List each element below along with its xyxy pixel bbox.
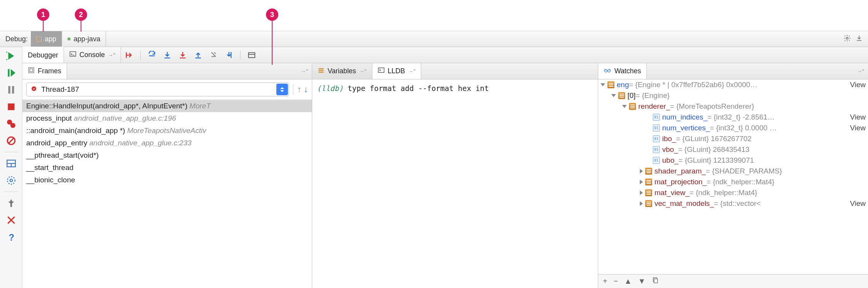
run-dot-icon <box>67 37 71 40</box>
view-link[interactable]: View <box>844 124 866 132</box>
rerun-button[interactable] <box>5 50 17 62</box>
run-to-cursor-icon[interactable] <box>225 51 233 59</box>
debug-tab-app-java[interactable]: app-java <box>62 31 106 47</box>
detach-icon[interactable]: →" <box>297 63 312 79</box>
detach-icon[interactable]: →" <box>853 63 868 79</box>
watches-title: Watches <box>614 67 641 75</box>
watch-row[interactable]: mat_projection_ = {ndk_helper::Mat4} <box>598 177 868 187</box>
show-execution-point-icon[interactable] <box>125 51 133 59</box>
view-link[interactable]: View <box>844 113 866 121</box>
svg-text:?: ? <box>8 232 14 242</box>
tab-label: Variables <box>328 67 356 75</box>
twisty-icon[interactable] <box>640 201 643 206</box>
frame-row[interactable]: android_app_entry android_native_app_glu… <box>22 137 312 149</box>
tab-console[interactable]: Console →" <box>64 47 121 63</box>
watch-row[interactable]: eng = {Engine * | 0x7ffef7b52ab6} 0x0000… <box>598 79 868 90</box>
twisty-icon[interactable] <box>640 180 643 184</box>
watch-row[interactable]: ibo_ = {GLuint} 1676267702 <box>598 133 868 144</box>
gear-icon[interactable] <box>843 34 851 44</box>
tab-label: LLDB <box>388 67 405 75</box>
layout-button[interactable] <box>5 158 17 169</box>
watches-header: Watches →" <box>598 63 868 79</box>
frame-row[interactable]: Engine::HandleInput(android_app*, AInput… <box>22 100 312 112</box>
move-down-button[interactable]: ▼ <box>638 277 646 286</box>
frames-tab[interactable]: Frames <box>22 63 67 79</box>
thread-select[interactable]: Thread-187 <box>26 83 289 96</box>
svg-point-13 <box>7 177 15 184</box>
console-icon <box>69 51 76 59</box>
terminal-icon <box>378 67 385 76</box>
frame-row[interactable]: __start_thread <box>22 162 312 174</box>
frame-row[interactable]: process_input android_native_app_glue.c:… <box>22 112 312 125</box>
struct-icon <box>629 103 636 110</box>
step-into-icon[interactable] <box>163 51 172 59</box>
drop-frame-icon[interactable] <box>209 51 218 59</box>
callout-line-2 <box>81 21 81 32</box>
evaluate-expression-icon[interactable] <box>247 51 256 59</box>
prev-frame-button[interactable]: ↑ <box>297 84 301 94</box>
watch-row[interactable]: vbo_ = {GLuint} 268435413 <box>598 144 868 155</box>
app-icon <box>36 36 42 42</box>
watch-row[interactable]: num_vertices_ = {int32_t} 0.0000 …View <box>598 123 868 133</box>
watch-row[interactable]: [0] = {Engine} <box>598 90 868 101</box>
remove-watch-button[interactable]: − <box>614 277 618 286</box>
thread-name: Thread-187 <box>41 85 79 94</box>
help-button[interactable]: ? <box>5 231 17 243</box>
frames-title: Frames <box>38 67 61 75</box>
twisty-icon[interactable] <box>611 94 616 97</box>
close-button[interactable] <box>5 214 17 226</box>
struct-icon <box>645 168 652 175</box>
separator <box>4 192 18 192</box>
svg-rect-36 <box>654 279 658 283</box>
frames-header: Frames →" <box>22 63 312 79</box>
watch-row[interactable]: num_indices_ = {int32_t} -2.8561…View <box>598 112 868 123</box>
tab-debugger[interactable]: Debugger <box>22 47 64 63</box>
svg-point-6 <box>10 123 15 128</box>
frames-list[interactable]: Engine::HandleInput(android_app*, AInput… <box>22 100 312 288</box>
copy-icon[interactable] <box>652 277 659 286</box>
next-frame-button[interactable]: ↓ <box>304 84 308 94</box>
view-link[interactable]: View <box>844 199 866 208</box>
settings-button[interactable] <box>5 175 17 186</box>
watch-row[interactable]: vec_mat_models_ = {std::vector<View <box>598 198 868 209</box>
step-buttons <box>121 47 260 63</box>
twisty-icon[interactable] <box>640 190 643 195</box>
stepper-icon[interactable] <box>276 84 288 95</box>
callout-2: 2 <box>75 8 87 21</box>
frame-row[interactable]: __bionic_clone <box>22 174 312 186</box>
watches-footer: + − ▲ ▼ <box>598 274 868 288</box>
move-up-button[interactable]: ▲ <box>624 277 632 286</box>
add-watch-button[interactable]: + <box>603 277 607 286</box>
watches-panel: Watches →" eng = {Engine * | 0x7ffef7b52… <box>598 63 868 288</box>
debug-label: Debug: <box>2 31 31 47</box>
step-out-icon[interactable] <box>194 51 202 59</box>
frame-row[interactable]: ::android_main(android_app *) MoreTeapot… <box>22 125 312 137</box>
debug-tab-app[interactable]: app <box>31 31 62 47</box>
watch-row[interactable]: ubo_ = {GLuint} 1213399071 <box>598 155 868 166</box>
mute-breakpoints-button[interactable] <box>5 135 17 147</box>
watch-row[interactable]: mat_view_ = {ndk_helper::Mat4} <box>598 187 868 198</box>
pause-button[interactable] <box>5 84 17 96</box>
prim-icon <box>653 157 660 164</box>
twisty-icon[interactable] <box>640 169 643 173</box>
watch-row[interactable]: renderer_ = {MoreTeapotsRenderer} <box>598 101 868 112</box>
watches-tab[interactable]: Watches <box>598 63 647 79</box>
watch-row[interactable]: shader_param_ = {SHADER_PARAMS} <box>598 166 868 177</box>
lldb-command: type format add --format hex int <box>348 84 489 93</box>
view-breakpoints-button[interactable] <box>5 118 17 130</box>
step-over-icon[interactable] <box>148 51 156 59</box>
twisty-icon[interactable] <box>601 83 605 86</box>
resume-button[interactable] <box>5 67 17 79</box>
stop-button[interactable] <box>5 101 17 113</box>
pin-button[interactable] <box>5 197 17 209</box>
force-step-into-icon[interactable] <box>178 51 187 59</box>
watches-tree[interactable]: eng = {Engine * | 0x7ffef7b52ab6} 0x0000… <box>598 79 868 288</box>
lldb-console[interactable]: (lldb) type format add --format hex int <box>312 79 598 288</box>
frame-row[interactable]: __pthread_start(void*) <box>22 149 312 162</box>
export-icon[interactable] <box>856 35 863 44</box>
lldb-tab[interactable]: LLDB →" <box>372 63 421 79</box>
twisty-icon[interactable] <box>622 105 627 108</box>
variables-tab[interactable]: Variables →" <box>312 63 372 79</box>
view-link[interactable]: View <box>844 81 866 89</box>
prim-icon <box>653 125 660 131</box>
